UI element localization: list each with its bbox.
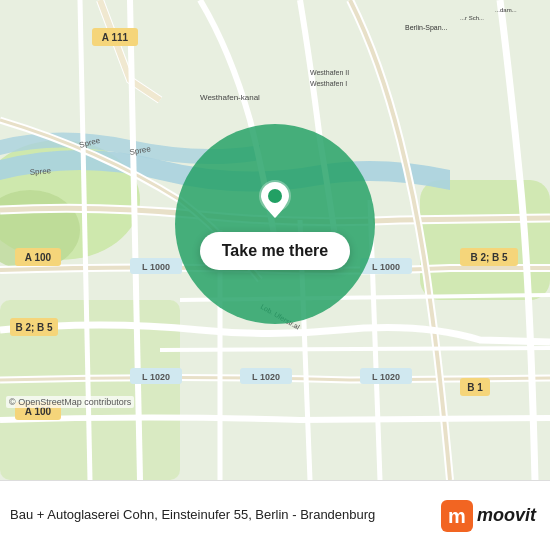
svg-text:Westhafen II: Westhafen II	[310, 69, 349, 76]
svg-text:B 2; B 5: B 2; B 5	[15, 322, 53, 333]
moovit-logo: m moovit	[441, 500, 536, 532]
location-overlay: Take me there	[175, 124, 375, 324]
address-text: Bau + Autoglaserei Cohn, Einsteinufer 55…	[10, 506, 441, 524]
svg-text:...dam...: ...dam...	[495, 7, 517, 13]
moovit-logo-icon: m	[441, 500, 473, 532]
svg-text:L 1000: L 1000	[142, 262, 170, 272]
svg-text:B 2; B 5: B 2; B 5	[470, 252, 508, 263]
svg-text:A 111: A 111	[102, 32, 129, 43]
svg-text:Berlin-Span...: Berlin-Span...	[405, 24, 447, 32]
location-pin-icon	[253, 178, 297, 222]
svg-text:Westhafen I: Westhafen I	[310, 80, 347, 87]
map-container: A 111 A 100 A 100 B 2; B 5 B 1 B 2; B 5 …	[0, 0, 550, 480]
svg-text:B 1: B 1	[467, 382, 483, 393]
take-me-there-button[interactable]: Take me there	[200, 232, 350, 270]
svg-text:L 1020: L 1020	[372, 372, 400, 382]
osm-credit: © OpenStreetMap contributors	[6, 396, 134, 408]
moovit-brand-text: moovit	[477, 505, 536, 526]
svg-point-38	[268, 189, 282, 203]
svg-text:Westhafen-kanal: Westhafen-kanal	[200, 93, 260, 102]
svg-text:...r Sch...: ...r Sch...	[460, 15, 484, 21]
svg-text:L 1000: L 1000	[372, 262, 400, 272]
svg-text:L 1020: L 1020	[252, 372, 280, 382]
svg-text:m: m	[448, 505, 466, 527]
info-bar: Bau + Autoglaserei Cohn, Einsteinufer 55…	[0, 480, 550, 550]
svg-text:A 100: A 100	[25, 252, 52, 263]
svg-text:L 1020: L 1020	[142, 372, 170, 382]
svg-text:Spree: Spree	[29, 166, 52, 177]
